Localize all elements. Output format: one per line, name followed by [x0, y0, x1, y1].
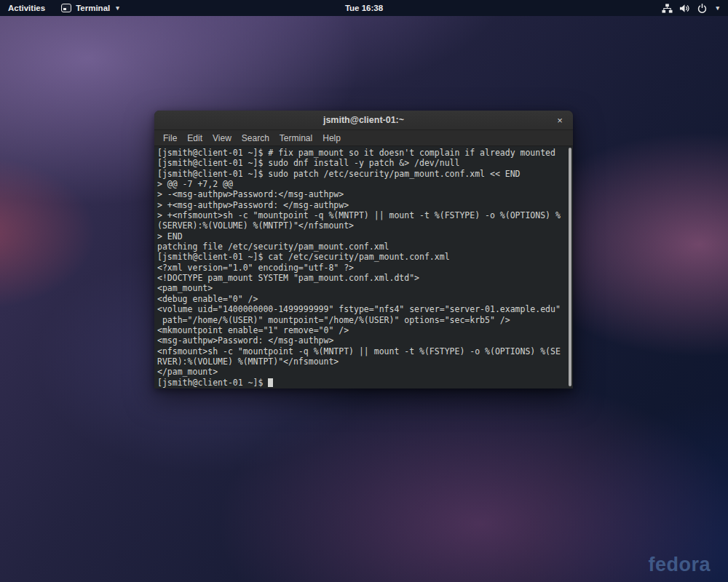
menu-item[interactable]: Search	[237, 132, 274, 145]
terminal-output: [jsmith@client-01 ~]$ # fix pam_mount so…	[157, 148, 566, 388]
clock-label: Tue 16:38	[345, 4, 383, 12]
terminal-screen[interactable]: [jsmith@client-01 ~]$ # fix pam_mount so…	[154, 146, 573, 388]
terminal-cursor	[268, 378, 273, 387]
top-bar: Activities Terminal ▾ Tue 16:38 ▾	[0, 0, 728, 16]
close-icon: ×	[557, 115, 563, 126]
terminal-line: [jsmith@client-01 ~]$ sudo dnf install -…	[157, 158, 566, 168]
terminal-line: > END	[157, 231, 566, 242]
network-wired-icon	[662, 3, 673, 14]
terminal-line: > -<msg-authpw>Password:</msg-authpw>	[157, 189, 566, 199]
terminal-line: <nfsmount>sh -c "mountpoint -q %(MNTPT) …	[157, 346, 566, 356]
activities-label: Activities	[8, 4, 45, 12]
menu-item[interactable]: Edit	[182, 132, 207, 145]
terminal-line: [jsmith@client-01 ~]$	[157, 378, 566, 388]
activities-button[interactable]: Activities	[0, 0, 53, 16]
terminal-line: <mkmountpoint enable="1" remove="0" />	[157, 325, 566, 335]
power-icon	[697, 3, 708, 14]
system-status-area[interactable]: ▾	[653, 0, 728, 16]
app-menu-label: Terminal	[76, 4, 110, 12]
terminal-line: [jsmith@client-01 ~]$ # fix pam_mount so…	[157, 148, 566, 158]
close-button[interactable]: ×	[553, 113, 566, 127]
terminal-line: > +<nfsmount>sh -c "mountpoint -q %(MNTP…	[157, 210, 566, 220]
terminal-line: path="/home/%(USER)" mountpoint="/home/%…	[157, 315, 566, 325]
scrollbar-handle[interactable]	[569, 148, 571, 386]
terminal-app-icon	[61, 4, 71, 12]
terminal-line: > +<msg-authpw>Password: </msg-authpw>	[157, 200, 566, 210]
terminal-line: (SERVER):%(VOLUME) %(MNTPT)"</nfsmount>	[157, 220, 566, 231]
terminal-line: <msg-authpw>Password: </msg-authpw>	[157, 335, 566, 346]
volume-icon	[679, 3, 690, 14]
menu-item[interactable]: Help	[317, 132, 346, 145]
terminal-line: RVER):%(VOLUME) %(MNTPT)"</nfsmount>	[157, 356, 566, 367]
terminal-line: <volume uid="1400000000-1499999999" fsty…	[157, 304, 566, 314]
terminal-line: patching file /etc/security/pam_mount.co…	[157, 242, 566, 252]
clock-button[interactable]: Tue 16:38	[337, 0, 391, 16]
menu-bar: FileEditViewSearchTerminalHelp	[154, 130, 573, 146]
menu-item[interactable]: File	[158, 132, 182, 145]
terminal-line: <!DOCTYPE pam_mount SYSTEM "pam_mount.co…	[157, 273, 566, 283]
terminal-line: <?xml version="1.0" encoding="utf-8" ?>	[157, 263, 566, 273]
fedora-logo: fedora	[648, 554, 711, 576]
terminal-line: <pam_mount>	[157, 283, 566, 293]
terminal-line: </pam_mount>	[157, 367, 566, 377]
terminal-line: [jsmith@client-01 ~]$ sudo patch /etc/se…	[157, 169, 566, 179]
menu-item[interactable]: Terminal	[274, 132, 317, 145]
terminal-window: jsmith@client-01:~ × FileEditViewSearchT…	[154, 111, 573, 388]
app-menu-terminal[interactable]: Terminal ▾	[53, 0, 127, 16]
terminal-line: <debug enable="0" />	[157, 294, 566, 304]
terminal-line: > @@ -7 +7,2 @@	[157, 179, 566, 189]
window-title: jsmith@client-01:~	[323, 115, 404, 125]
terminal-line: [jsmith@client-01 ~]$ cat /etc/security/…	[157, 252, 566, 262]
window-titlebar[interactable]: jsmith@client-01:~ ×	[154, 111, 573, 130]
chevron-down-icon: ▾	[116, 4, 119, 12]
chevron-down-icon: ▾	[716, 4, 719, 12]
menu-item[interactable]: View	[207, 132, 237, 145]
scrollbar[interactable]	[569, 148, 572, 386]
